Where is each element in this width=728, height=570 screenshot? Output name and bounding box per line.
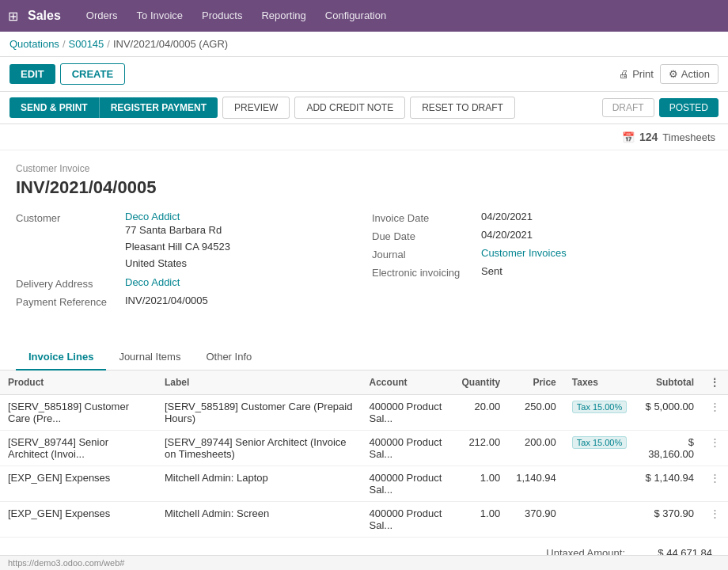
row2-menu[interactable]: ⋮ (702, 431, 728, 466)
electronic-value: Sent (481, 265, 502, 277)
address-line1: 77 Santa Barbara Rd (125, 222, 230, 239)
table-row: [SERV_89744] Senior Architect (Invoi... … (0, 431, 728, 466)
delivery-label: Delivery Address (16, 276, 119, 290)
invoice-type: Customer Invoice (16, 163, 712, 174)
action-bar-right: 🖨 Print ⚙ Action (619, 64, 719, 84)
timesheets-button[interactable]: 📅 124 Timesheets (622, 131, 715, 143)
status-draft[interactable]: DRAFT (602, 98, 654, 117)
journal-label: Journal (372, 247, 475, 260)
row2-label: [SERV_89744] Senior Architect (Invoice o… (157, 431, 362, 466)
row3-subtotal: $ 1,140.94 (635, 466, 702, 502)
tab-journal-items[interactable]: Journal Items (106, 344, 193, 370)
status-bar: SEND & PRINT REGISTER PAYMENT PREVIEW AD… (0, 92, 728, 124)
timesheets-label: Timesheets (662, 131, 715, 143)
row3-account: 400000 Product Sal... (362, 466, 454, 502)
row3-menu[interactable]: ⋮ (702, 466, 728, 502)
nav-reporting[interactable]: Reporting (252, 0, 315, 32)
row1-product: [SERV_585189] Customer Care (Pre... (0, 395, 157, 431)
col-quantity: Quantity (453, 370, 508, 395)
row2-tax-badge: Tax 15.00% (572, 436, 627, 449)
create-button[interactable]: CREATE (60, 63, 125, 85)
breadcrumb: Quotations / S00145 / INV/2021/04/0005 (… (0, 32, 728, 57)
add-credit-note-button[interactable]: ADD CREDIT NOTE (294, 97, 405, 119)
action-bar-left: EDIT CREATE (9, 63, 125, 85)
journal-value: Customer Invoices (481, 247, 567, 259)
row2-price: 200.00 (508, 431, 564, 466)
row4-tax (564, 502, 635, 538)
nav-to-invoice[interactable]: To Invoice (127, 0, 193, 32)
payment-ref-label: Payment Reference (16, 294, 119, 308)
col-subtotal: Subtotal (635, 370, 702, 395)
due-date-value: 04/20/2021 (481, 229, 533, 241)
delivery-link[interactable]: Deco Addict (125, 276, 180, 288)
row1-tax: Tax 15.00% (564, 395, 635, 431)
preview-button[interactable]: PREVIEW (222, 97, 290, 119)
due-date-label: Due Date (372, 229, 475, 242)
payment-ref-value: INV/2021/04/0005 (125, 294, 208, 306)
nav-products[interactable]: Products (192, 0, 252, 32)
url-bar: https://demo3.odoo.com/web# (0, 555, 728, 570)
col-label: Label (157, 370, 362, 395)
reset-to-draft-button[interactable]: RESET TO DRAFT (410, 97, 515, 119)
app-grid-icon[interactable]: ⊞ (8, 9, 18, 24)
row2-tax: Tax 15.00% (564, 431, 635, 466)
row2-account: 400000 Product Sal... (362, 431, 454, 466)
tab-invoice-lines[interactable]: Invoice Lines (16, 344, 106, 370)
invoice-number: INV/2021/04/0005 (16, 177, 712, 198)
row4-quantity: 1.00 (453, 502, 508, 538)
electronic-row: Electronic invoicing Sent (372, 265, 712, 279)
calendar-icon: 📅 (622, 131, 635, 143)
register-payment-button[interactable]: REGISTER PAYMENT (99, 97, 218, 118)
row4-subtotal: $ 370.90 (635, 502, 702, 538)
action-bar: EDIT CREATE 🖨 Print ⚙ Action (0, 57, 728, 92)
tab-other-info[interactable]: Other Info (193, 344, 264, 370)
address-line3: United States (125, 256, 230, 272)
tabs: Invoice Lines Journal Items Other Info (0, 344, 728, 370)
print-label: Print (632, 68, 654, 80)
action-label: Action (681, 68, 710, 80)
row1-quantity: 20.00 (453, 395, 508, 431)
timesheets-banner: 📅 124 Timesheets (0, 124, 728, 150)
row1-account: 400000 Product Sal... (362, 395, 454, 431)
address-line2: Pleasant Hill CA 94523 (125, 239, 230, 256)
customer-name-link[interactable]: Deco Addict (125, 211, 180, 222)
breadcrumb-order[interactable]: S00145 (69, 38, 104, 50)
row3-label: Mitchell Admin: Laptop (157, 466, 362, 502)
edit-button[interactable]: EDIT (9, 64, 55, 84)
nav-configuration[interactable]: Configuration (316, 0, 396, 32)
invoice-date-row: Invoice Date 04/20/2021 (372, 211, 712, 224)
row3-tax (564, 466, 635, 502)
breadcrumb-sep2: / (107, 38, 110, 50)
row4-price: 370.90 (508, 502, 564, 538)
action-button[interactable]: ⚙ Action (660, 64, 719, 84)
row1-subtotal: $ 5,000.00 (635, 395, 702, 431)
breadcrumb-quotations[interactable]: Quotations (9, 38, 59, 50)
row4-menu[interactable]: ⋮ (702, 502, 728, 538)
payment-ref-row: Payment Reference INV/2021/04/0005 (16, 294, 356, 308)
table-row: [EXP_GEN] Expenses Mitchell Admin: Lapto… (0, 466, 728, 502)
customer-row: Customer Deco Addict 77 Santa Barbara Rd… (16, 211, 356, 272)
invoice-form: Customer Invoice INV/2021/04/0005 Custom… (0, 150, 728, 338)
col-taxes: Taxes (564, 370, 635, 395)
row1-menu[interactable]: ⋮ (702, 395, 728, 431)
nav-orders[interactable]: Orders (77, 0, 127, 32)
col-menu: ⋮ (702, 370, 728, 395)
customer-value: Deco Addict 77 Santa Barbara Rd Pleasant… (125, 211, 230, 272)
printer-icon: 🖨 (619, 68, 629, 80)
send-print-button[interactable]: SEND & PRINT (9, 97, 99, 118)
journal-row: Journal Customer Invoices (372, 247, 712, 260)
gear-icon: ⚙ (669, 68, 678, 80)
print-button[interactable]: 🖨 Print (619, 68, 654, 80)
electronic-label: Electronic invoicing (372, 265, 475, 279)
delivery-row: Delivery Address Deco Addict (16, 276, 356, 290)
status-posted[interactable]: POSTED (659, 98, 719, 117)
row4-label: Mitchell Admin: Screen (157, 502, 362, 538)
table-row: [EXP_GEN] Expenses Mitchell Admin: Scree… (0, 502, 728, 538)
journal-link[interactable]: Customer Invoices (481, 247, 567, 259)
main-content: 📅 124 Timesheets Customer Invoice INV/20… (0, 124, 728, 570)
row3-quantity: 1.00 (453, 466, 508, 502)
customer-address: 77 Santa Barbara Rd Pleasant Hill CA 945… (125, 222, 230, 272)
row1-price: 250.00 (508, 395, 564, 431)
form-fields: Customer Deco Addict 77 Santa Barbara Rd… (16, 211, 712, 313)
delivery-value: Deco Addict (125, 276, 180, 288)
